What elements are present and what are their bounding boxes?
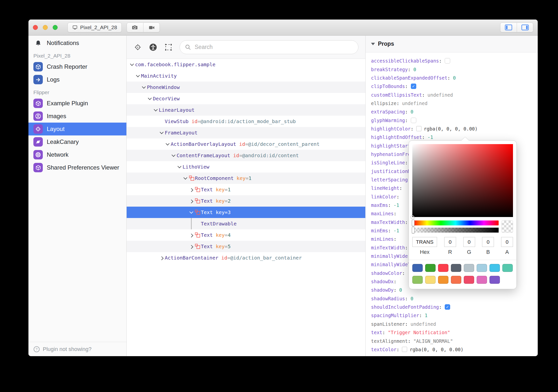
chevron-down-icon[interactable] xyxy=(160,130,163,134)
chevron-down-icon[interactable] xyxy=(136,73,140,77)
alpha-slider-handle[interactable] xyxy=(412,227,415,233)
zoom-window-button[interactable] xyxy=(53,25,58,30)
color-swatch[interactable] xyxy=(412,276,423,284)
color-swatch[interactable] xyxy=(477,276,487,284)
chevron-down-icon[interactable] xyxy=(142,85,146,88)
chevron-down-icon[interactable] xyxy=(148,96,152,100)
green-input[interactable] xyxy=(463,237,475,247)
chevron-down-icon[interactable] xyxy=(177,164,181,168)
sidebar-item-notifications[interactable]: Notifications xyxy=(28,37,126,49)
hue-slider[interactable] xyxy=(412,220,499,225)
sidebar-item-crash-reporter[interactable]: Crash Reporter xyxy=(28,60,126,73)
chevron-right-icon[interactable] xyxy=(189,245,193,249)
color-swatch[interactable] xyxy=(489,264,500,272)
sidebar-item-leakcanary[interactable]: LeakCanary xyxy=(28,135,126,148)
chevron-down-icon[interactable] xyxy=(154,107,158,111)
sidebar-item-shared-preferences-viewer[interactable]: Shared Preferences Viewer xyxy=(28,161,126,174)
chevron-right-icon[interactable] xyxy=(189,234,193,238)
tree-row[interactable]: MainActivity xyxy=(127,70,365,82)
plugin-help-link[interactable]: ? Plugin not showing? xyxy=(28,342,126,356)
tree-node-name: LinearLayout xyxy=(159,107,195,113)
tree-row[interactable]: Text key=4 xyxy=(127,229,365,241)
collapse-triangle-icon xyxy=(371,43,375,45)
color-swatch[interactable] xyxy=(451,264,461,272)
color-swatch[interactable] xyxy=(412,264,423,272)
color-swatch[interactable] xyxy=(425,276,436,284)
device-selector-button[interactable]: Pixel_2_API_28 xyxy=(68,22,122,32)
close-window-button[interactable] xyxy=(33,25,38,30)
hex-input[interactable] xyxy=(412,237,437,247)
titlebar[interactable]: Pixel_2_API_28 xyxy=(28,20,538,36)
search-input[interactable] xyxy=(195,44,353,50)
target-mode-button[interactable] xyxy=(134,43,142,51)
prop-key: glyphWarming xyxy=(371,118,405,123)
tree-row[interactable]: DecorView xyxy=(127,93,365,104)
sv-cursor[interactable] xyxy=(411,216,414,219)
color-swatch[interactable] xyxy=(477,264,487,272)
sidebar-item-logs[interactable]: Logs xyxy=(28,73,126,86)
tree-row[interactable]: com.facebook.flipper.sample xyxy=(127,59,365,70)
hue-slider-handle[interactable] xyxy=(412,220,415,226)
sidebar-item-images[interactable]: Images xyxy=(28,110,126,123)
sidebar-item-example-plugin[interactable]: Example Plugin xyxy=(28,97,126,110)
tree-row[interactable]: ViewStub id=@android:id/action_mode_bar_… xyxy=(127,116,365,127)
screen-record-button[interactable] xyxy=(143,23,160,32)
prop-colon: : xyxy=(382,330,385,335)
select-element-button[interactable] xyxy=(164,43,173,51)
tree-row[interactable]: TextDrawable xyxy=(127,218,365,229)
search-box[interactable] xyxy=(180,40,358,54)
toggle-left-sidebar-button[interactable] xyxy=(500,23,517,32)
tree-row[interactable]: ContentFrameLayout id=@android:id/conten… xyxy=(127,150,365,161)
chevron-right-icon[interactable] xyxy=(160,256,163,260)
blue-input[interactable] xyxy=(482,237,494,247)
color-swatch[interactable] xyxy=(464,264,474,272)
tree-row[interactable]: PhoneWindow xyxy=(127,82,365,93)
saturation-value-area[interactable] xyxy=(412,144,513,217)
minimize-window-button[interactable] xyxy=(43,25,48,30)
tree-row[interactable]: LinearLayout xyxy=(127,104,365,116)
chevron-down-icon[interactable] xyxy=(171,153,175,157)
color-swatch[interactable] xyxy=(425,264,436,272)
prop-row: accessibleClickableSpans: xyxy=(371,57,538,65)
color-swatch[interactable] xyxy=(416,126,421,131)
prop-value: 0 xyxy=(411,296,413,301)
color-swatch[interactable] xyxy=(451,276,461,284)
checkbox[interactable] xyxy=(411,118,416,123)
chevron-right-icon[interactable] xyxy=(189,199,193,203)
color-picker-popup: Hex R G B A xyxy=(409,140,517,289)
tree-row[interactable]: RootComponent key=1 xyxy=(127,173,365,184)
tree-row[interactable]: Text key=1 xyxy=(127,184,365,195)
tree-row[interactable]: FrameLayout xyxy=(127,127,365,138)
color-swatch[interactable] xyxy=(402,347,407,352)
prop-row: shadowRadius:0 xyxy=(371,294,538,303)
chevron-right-icon[interactable] xyxy=(189,188,193,192)
sidebar-item-network[interactable]: Network xyxy=(28,148,126,161)
checkbox[interactable] xyxy=(445,58,450,64)
checkbox[interactable]: ✓ xyxy=(411,84,416,89)
color-swatch[interactable] xyxy=(489,276,500,284)
color-swatch[interactable] xyxy=(464,276,474,284)
color-swatch[interactable] xyxy=(502,264,513,272)
tree-row[interactable]: ActionBarContainer id=@id/action_bar_con… xyxy=(127,252,365,263)
tree-row[interactable]: ActionBarOverlayLayout id=@id/decor_cont… xyxy=(127,138,365,150)
accessibility-mode-button[interactable] xyxy=(149,43,157,51)
prop-colon: : xyxy=(396,194,399,199)
chevron-down-icon[interactable] xyxy=(189,210,193,214)
tree-row[interactable]: LithoView xyxy=(127,161,365,173)
props-section-header[interactable]: Props xyxy=(366,36,538,52)
color-swatch[interactable] xyxy=(438,264,448,272)
chevron-down-icon[interactable] xyxy=(130,62,134,66)
sidebar-item-layout[interactable]: Layout xyxy=(28,123,126,135)
red-input[interactable] xyxy=(444,237,456,247)
toggle-right-sidebar-button[interactable] xyxy=(517,23,533,32)
tree-row[interactable]: Text key=3 xyxy=(127,207,365,218)
tree-row[interactable]: Text key=5 xyxy=(127,241,365,252)
screenshot-button[interactable] xyxy=(127,23,143,32)
checkbox[interactable]: ✓ xyxy=(445,304,450,310)
alpha-input[interactable] xyxy=(501,237,513,247)
color-swatch[interactable] xyxy=(438,276,448,284)
alpha-slider[interactable] xyxy=(412,228,499,233)
chevron-down-icon[interactable] xyxy=(183,175,187,179)
chevron-down-icon[interactable] xyxy=(165,141,169,145)
tree-row[interactable]: Text key=2 xyxy=(127,195,365,207)
